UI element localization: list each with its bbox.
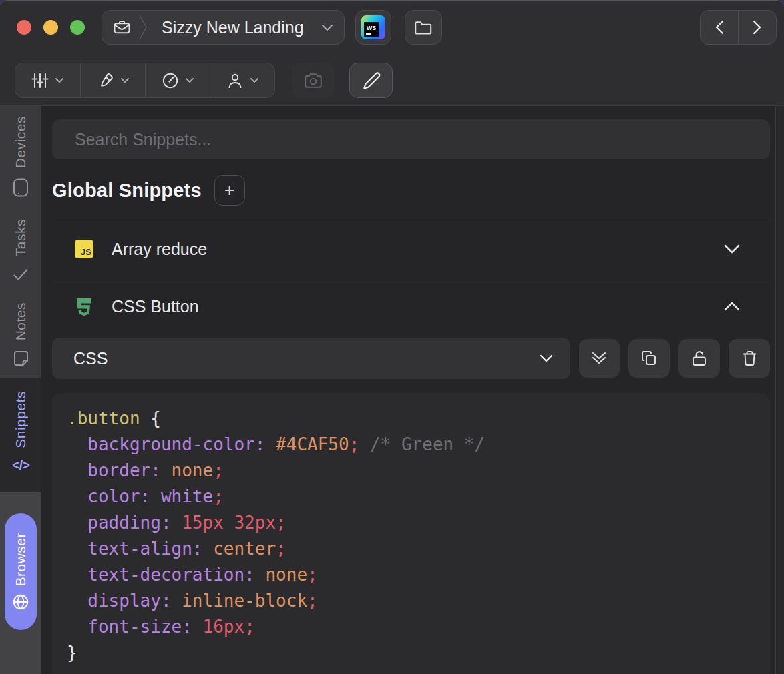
color-picker-icon xyxy=(97,72,114,89)
nav-button-group xyxy=(700,10,777,45)
close-button[interactable] xyxy=(17,20,31,35)
minimize-button[interactable] xyxy=(43,20,58,35)
sidebar-item-label: Snippets xyxy=(13,391,29,448)
code-icon: </> xyxy=(12,458,29,473)
camera-icon xyxy=(303,71,323,91)
search-input[interactable] xyxy=(52,119,770,159)
chevron-down-icon xyxy=(120,77,130,83)
folder-icon xyxy=(414,18,433,37)
back-button[interactable] xyxy=(701,11,738,44)
delete-button[interactable] xyxy=(729,339,770,378)
breadcrumb-separator-icon xyxy=(139,15,147,40)
code-line: color: white; xyxy=(67,484,757,510)
language-select[interactable]: CSS xyxy=(52,338,570,379)
chevron-left-icon xyxy=(715,20,724,35)
trash-icon xyxy=(741,350,758,367)
code-line: background-color: #4CAF50; /* Green */ xyxy=(67,432,757,458)
snippet-list: JS Array reduce CSS Button xyxy=(52,220,770,334)
performance-dropdown[interactable] xyxy=(145,63,210,97)
chevron-down-icon xyxy=(55,77,64,83)
traffic-lights xyxy=(17,20,85,35)
titlebar: Sizzy New Landing WS xyxy=(0,1,784,54)
code-line: display: inline-block; xyxy=(67,588,757,614)
collapse-all-icon xyxy=(592,352,606,365)
forward-button[interactable] xyxy=(738,11,776,44)
sliders-icon xyxy=(31,72,49,89)
note-icon xyxy=(12,350,30,368)
sidebar-item-devices[interactable]: Devices xyxy=(0,116,41,198)
sidebar-item-snippets[interactable]: Snippets </> xyxy=(0,391,41,473)
add-snippet-button[interactable]: + xyxy=(214,175,245,206)
collapse-all-button[interactable] xyxy=(579,339,620,378)
user-dropdown[interactable] xyxy=(210,63,274,97)
unlock-button[interactable] xyxy=(678,339,720,378)
pencil-icon xyxy=(361,71,381,91)
plus-icon: + xyxy=(224,180,235,201)
check-icon xyxy=(12,266,29,283)
color-picker-dropdown[interactable] xyxy=(80,63,145,97)
device-settings-dropdown[interactable] xyxy=(15,63,80,97)
webstorm-button[interactable]: WS xyxy=(355,10,391,45)
sidebar-item-tasks[interactable]: Tasks xyxy=(0,219,41,283)
javascript-icon: JS xyxy=(75,240,93,258)
device-icon xyxy=(12,178,29,198)
page-title: Global Snippets xyxy=(52,180,202,202)
chevron-down-icon xyxy=(250,77,259,83)
code-line: } xyxy=(67,640,757,666)
code-line: text-align: center; xyxy=(67,536,757,562)
sidebar-item-label: Notes xyxy=(13,302,29,340)
language-select-value: CSS xyxy=(73,349,540,368)
chevron-down-icon[interactable] xyxy=(724,244,740,254)
snippets-panel: Global Snippets + JS Array reduce xyxy=(41,106,784,674)
scrollbar-track[interactable] xyxy=(775,106,784,674)
project-switcher[interactable]: Sizzy New Landing xyxy=(102,10,345,45)
chevron-right-icon xyxy=(753,20,762,35)
sidebar-item-label: Tasks xyxy=(13,219,29,256)
css3-icon xyxy=(75,297,93,316)
chevron-up-icon[interactable] xyxy=(724,302,740,311)
code-line: border: none; xyxy=(67,458,757,484)
app-window: Sizzy New Landing WS xyxy=(0,0,784,674)
snippet-row-css-button[interactable]: CSS Button xyxy=(52,278,770,334)
unlock-icon xyxy=(691,350,708,367)
copy-icon xyxy=(640,350,658,367)
snippet-name: CSS Button xyxy=(112,297,724,316)
webstorm-badge: WS xyxy=(364,22,379,37)
copy-button[interactable] xyxy=(628,339,670,378)
edit-button[interactable] xyxy=(349,63,393,98)
project-name: Sizzy New Landing xyxy=(162,18,313,37)
zoom-button[interactable] xyxy=(70,20,85,35)
sidebar-item-browser[interactable]: Browser xyxy=(5,513,37,630)
code-editor[interactable]: .button { background-color: #4CAF50; /* … xyxy=(52,393,770,674)
gauge-icon xyxy=(162,72,179,89)
user-icon xyxy=(226,72,244,89)
open-folder-button[interactable] xyxy=(405,10,442,45)
snippet-row-array-reduce[interactable]: JS Array reduce xyxy=(52,220,770,278)
chevron-down-icon xyxy=(540,354,553,362)
briefcase-icon xyxy=(113,19,131,37)
sidebar: Devices Tasks Notes xyxy=(0,106,41,674)
sidebar-item-notes[interactable]: Notes xyxy=(0,302,41,368)
main-area: Devices Tasks Notes xyxy=(0,106,784,674)
code-line: text-decoration: none; xyxy=(67,562,757,588)
snippet-name: Array reduce xyxy=(112,240,724,259)
code-line: .button { xyxy=(67,406,757,432)
webstorm-icon: WS xyxy=(361,15,385,39)
code-line: font-size: 16px; xyxy=(67,614,757,640)
code-line: padding: 15px 32px; xyxy=(67,510,757,536)
sidebar-item-label: Devices xyxy=(13,116,29,168)
toolbar-dropdown-group xyxy=(15,63,275,98)
chevron-down-icon xyxy=(185,77,194,83)
sidebar-item-label: Browser xyxy=(13,533,29,587)
chevron-down-icon xyxy=(321,24,333,31)
globe-icon xyxy=(12,593,29,611)
screenshot-button[interactable] xyxy=(292,63,334,98)
toolbar xyxy=(0,54,784,106)
